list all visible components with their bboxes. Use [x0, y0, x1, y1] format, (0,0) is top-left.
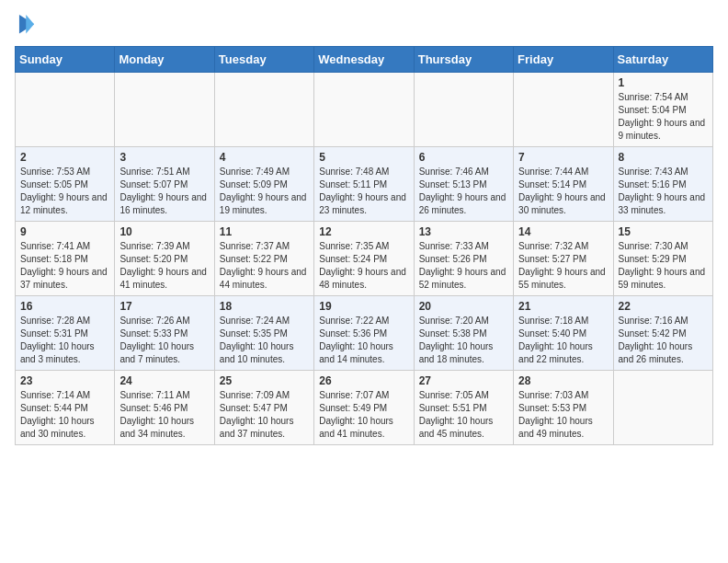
- calendar-cell: 14Sunrise: 7:32 AM Sunset: 5:27 PM Dayli…: [514, 222, 613, 296]
- day-info: Sunrise: 7:51 AM Sunset: 5:07 PM Dayligh…: [119, 166, 209, 217]
- calendar-cell: [16, 73, 115, 147]
- calendar-cell: 12Sunrise: 7:35 AM Sunset: 5:24 PM Dayli…: [314, 222, 414, 296]
- day-number: 20: [419, 300, 508, 313]
- calendar-cell: 8Sunrise: 7:43 AM Sunset: 5:16 PM Daylig…: [613, 147, 712, 222]
- calendar-cell: 25Sunrise: 7:09 AM Sunset: 5:47 PM Dayli…: [214, 371, 313, 445]
- calendar-cell: 22Sunrise: 7:16 AM Sunset: 5:42 PM Dayli…: [613, 296, 712, 371]
- day-number: 14: [518, 225, 608, 238]
- column-header-wednesday: Wednesday: [314, 47, 414, 73]
- column-header-friday: Friday: [514, 47, 613, 73]
- day-number: 13: [419, 225, 508, 238]
- calendar-cell: 16Sunrise: 7:28 AM Sunset: 5:31 PM Dayli…: [16, 296, 115, 371]
- day-number: 23: [20, 374, 109, 387]
- day-number: 28: [518, 374, 608, 387]
- calendar-cell: [613, 371, 712, 445]
- calendar-cell: 3Sunrise: 7:51 AM Sunset: 5:07 PM Daylig…: [115, 147, 214, 222]
- calendar-cell: 2Sunrise: 7:53 AM Sunset: 5:05 PM Daylig…: [16, 147, 115, 222]
- day-info: Sunrise: 7:11 AM Sunset: 5:46 PM Dayligh…: [119, 389, 209, 441]
- day-number: 22: [619, 300, 708, 313]
- day-info: Sunrise: 7:05 AM Sunset: 5:51 PM Dayligh…: [419, 389, 508, 441]
- day-info: Sunrise: 7:53 AM Sunset: 5:05 PM Dayligh…: [20, 166, 109, 217]
- calendar-cell: 23Sunrise: 7:14 AM Sunset: 5:44 PM Dayli…: [16, 371, 115, 445]
- day-number: 11: [220, 225, 309, 238]
- column-header-thursday: Thursday: [414, 47, 513, 73]
- calendar-cell: 4Sunrise: 7:49 AM Sunset: 5:09 PM Daylig…: [214, 147, 313, 222]
- calendar-cell: 6Sunrise: 7:46 AM Sunset: 5:13 PM Daylig…: [414, 147, 513, 222]
- day-number: 15: [619, 225, 708, 238]
- day-info: Sunrise: 7:48 AM Sunset: 5:11 PM Dayligh…: [319, 166, 408, 217]
- calendar-cell: 26Sunrise: 7:07 AM Sunset: 5:49 PM Dayli…: [314, 371, 414, 445]
- calendar-cell: 17Sunrise: 7:26 AM Sunset: 5:33 PM Dayli…: [115, 296, 214, 371]
- day-info: Sunrise: 7:44 AM Sunset: 5:14 PM Dayligh…: [518, 166, 608, 217]
- day-number: 3: [119, 151, 209, 164]
- day-number: 6: [419, 151, 508, 164]
- day-number: 2: [20, 151, 109, 164]
- calendar-cell: 24Sunrise: 7:11 AM Sunset: 5:46 PM Dayli…: [115, 371, 214, 445]
- day-number: 24: [119, 374, 209, 387]
- day-info: Sunrise: 7:39 AM Sunset: 5:20 PM Dayligh…: [119, 240, 209, 292]
- day-info: Sunrise: 7:16 AM Sunset: 5:42 PM Dayligh…: [619, 315, 708, 366]
- calendar-header-row: SundayMondayTuesdayWednesdayThursdayFrid…: [16, 47, 713, 73]
- calendar-cell: 13Sunrise: 7:33 AM Sunset: 5:26 PM Dayli…: [414, 222, 513, 296]
- column-header-sunday: Sunday: [16, 47, 115, 73]
- day-number: 1: [619, 76, 708, 89]
- day-info: Sunrise: 7:03 AM Sunset: 5:53 PM Dayligh…: [518, 389, 608, 441]
- day-info: Sunrise: 7:49 AM Sunset: 5:09 PM Dayligh…: [220, 166, 309, 217]
- calendar-cell: 21Sunrise: 7:18 AM Sunset: 5:40 PM Dayli…: [514, 296, 613, 371]
- calendar-cell: 11Sunrise: 7:37 AM Sunset: 5:22 PM Dayli…: [214, 222, 313, 296]
- day-info: Sunrise: 7:32 AM Sunset: 5:27 PM Dayligh…: [518, 240, 608, 292]
- day-number: 7: [518, 151, 608, 164]
- calendar-cell: 1Sunrise: 7:54 AM Sunset: 5:04 PM Daylig…: [613, 73, 712, 147]
- day-number: 10: [119, 225, 209, 238]
- calendar-cell: 10Sunrise: 7:39 AM Sunset: 5:20 PM Dayli…: [115, 222, 214, 296]
- day-info: Sunrise: 7:07 AM Sunset: 5:49 PM Dayligh…: [319, 389, 408, 441]
- calendar-cell: [314, 73, 414, 147]
- calendar-cell: 9Sunrise: 7:41 AM Sunset: 5:18 PM Daylig…: [16, 222, 115, 296]
- day-number: 27: [419, 374, 508, 387]
- day-info: Sunrise: 7:26 AM Sunset: 5:33 PM Dayligh…: [119, 315, 209, 366]
- calendar-table: SundayMondayTuesdayWednesdayThursdayFrid…: [15, 46, 713, 445]
- calendar-week-1: 1Sunrise: 7:54 AM Sunset: 5:04 PM Daylig…: [16, 73, 713, 147]
- day-info: Sunrise: 7:41 AM Sunset: 5:18 PM Dayligh…: [20, 240, 109, 292]
- day-info: Sunrise: 7:37 AM Sunset: 5:22 PM Dayligh…: [220, 240, 309, 292]
- calendar-week-2: 2Sunrise: 7:53 AM Sunset: 5:05 PM Daylig…: [16, 147, 713, 222]
- calendar-cell: 19Sunrise: 7:22 AM Sunset: 5:36 PM Dayli…: [314, 296, 414, 371]
- day-info: Sunrise: 7:09 AM Sunset: 5:47 PM Dayligh…: [220, 389, 309, 441]
- day-number: 17: [119, 300, 209, 313]
- calendar-cell: [214, 73, 313, 147]
- calendar-cell: [414, 73, 513, 147]
- day-number: 19: [319, 300, 408, 313]
- day-number: 16: [20, 300, 109, 313]
- day-info: Sunrise: 7:14 AM Sunset: 5:44 PM Dayligh…: [20, 389, 109, 441]
- calendar-week-3: 9Sunrise: 7:41 AM Sunset: 5:18 PM Daylig…: [16, 222, 713, 296]
- logo-icon: [17, 15, 37, 35]
- day-number: 12: [319, 225, 408, 238]
- day-info: Sunrise: 7:43 AM Sunset: 5:16 PM Dayligh…: [619, 166, 708, 217]
- day-info: Sunrise: 7:18 AM Sunset: 5:40 PM Dayligh…: [518, 315, 608, 366]
- svg-marker-1: [26, 15, 34, 34]
- column-header-monday: Monday: [115, 47, 214, 73]
- day-info: Sunrise: 7:22 AM Sunset: 5:36 PM Dayligh…: [319, 315, 408, 366]
- day-number: 18: [220, 300, 309, 313]
- calendar-cell: 7Sunrise: 7:44 AM Sunset: 5:14 PM Daylig…: [514, 147, 613, 222]
- day-info: Sunrise: 7:35 AM Sunset: 5:24 PM Dayligh…: [319, 240, 408, 292]
- calendar-cell: [514, 73, 613, 147]
- day-info: Sunrise: 7:28 AM Sunset: 5:31 PM Dayligh…: [20, 315, 109, 366]
- day-info: Sunrise: 7:24 AM Sunset: 5:35 PM Dayligh…: [220, 315, 309, 366]
- day-info: Sunrise: 7:20 AM Sunset: 5:38 PM Dayligh…: [419, 315, 508, 366]
- calendar-cell: 5Sunrise: 7:48 AM Sunset: 5:11 PM Daylig…: [314, 147, 414, 222]
- calendar-cell: [115, 73, 214, 147]
- day-number: 5: [319, 151, 408, 164]
- logo[interactable]: [15, 15, 37, 35]
- page-header: [15, 15, 713, 35]
- day-number: 8: [619, 151, 708, 164]
- calendar-cell: 28Sunrise: 7:03 AM Sunset: 5:53 PM Dayli…: [514, 371, 613, 445]
- day-number: 4: [220, 151, 309, 164]
- day-number: 25: [220, 374, 309, 387]
- day-number: 9: [20, 225, 109, 238]
- calendar-week-5: 23Sunrise: 7:14 AM Sunset: 5:44 PM Dayli…: [16, 371, 713, 445]
- day-info: Sunrise: 7:30 AM Sunset: 5:29 PM Dayligh…: [619, 240, 708, 292]
- calendar-cell: 15Sunrise: 7:30 AM Sunset: 5:29 PM Dayli…: [613, 222, 712, 296]
- column-header-tuesday: Tuesday: [214, 47, 313, 73]
- day-info: Sunrise: 7:46 AM Sunset: 5:13 PM Dayligh…: [419, 166, 508, 217]
